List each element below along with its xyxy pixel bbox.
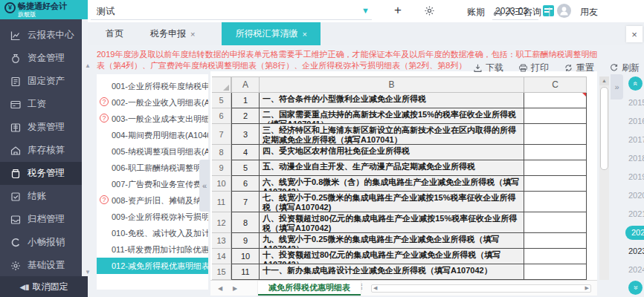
cell-a7[interactable]: 3 (231, 124, 260, 145)
cell-b13[interactable]: 九、线宽小于0.25微米的集成电路生产企业减免企业所得税（填写A107042） (260, 233, 524, 249)
cell-a13[interactable]: 9 (231, 233, 260, 249)
cell-a8[interactable]: 4 (231, 145, 260, 160)
tab-close-icon[interactable]: × (302, 30, 306, 39)
form-list-item-1[interactable]: 001-企业所得税年度纳税申... (97, 78, 208, 94)
row-header[interactable]: 10 (212, 176, 231, 192)
gear-icon[interactable] (424, 5, 435, 16)
cell-a10[interactable]: 6 (231, 176, 260, 192)
row-header[interactable]: 14 (212, 249, 231, 264)
add-account-button[interactable]: + (394, 3, 402, 18)
year-item-2019[interactable]: 2019年 (628, 172, 644, 183)
sheet-tab-drag-handle[interactable]: ⁞ (361, 283, 362, 291)
sidebar-scroll-up-icon[interactable]: ▲ (85, 62, 91, 69)
row-header[interactable]: 12 (212, 212, 231, 233)
column-header-a[interactable]: A (231, 76, 260, 93)
sheet-next-icon[interactable]: ▶ (233, 285, 237, 292)
row-header[interactable]: 13 (212, 233, 231, 249)
column-header-b[interactable]: B (260, 76, 524, 93)
cell-c10[interactable] (524, 176, 587, 192)
cell-a6[interactable]: 2 (231, 108, 260, 124)
horizontal-scrollbar[interactable]: ◀ ▶ (371, 284, 591, 293)
company-selector[interactable]: 测试 (97, 5, 115, 18)
cell-b15[interactable]: 十一、新办集成电路设计企业减免企业所得税（填写A107042） (260, 264, 524, 280)
form-list-item-12[interactable]: 012-减免所得税优惠明细表(... (97, 258, 208, 274)
sidebar-item-8[interactable]: 结账 (0, 185, 82, 208)
reset-button[interactable]: 重置 (564, 62, 594, 74)
form-list-item-3[interactable]: ?003-一般企业成本支出明细... (97, 111, 208, 127)
avatar[interactable] (557, 4, 571, 18)
cell-c9[interactable] (524, 160, 587, 176)
form-list-item-10[interactable]: 010-免税、减计收入及加计... (97, 225, 208, 241)
cell-b8[interactable]: 四、受灾地区农村信用社免征企业所得税 (260, 145, 524, 160)
cell-b9[interactable]: 五、动漫企业自主开发、生产动漫产品定期减免企业所得税 (260, 160, 524, 176)
cell-c6[interactable] (524, 108, 587, 124)
print-button[interactable]: 打印 (518, 62, 549, 74)
form-list-item-2[interactable]: ?002-一般企业收入明细表(A1... (97, 94, 208, 111)
row-header[interactable]: 8 (212, 145, 231, 160)
cell-a12[interactable]: 8 (231, 212, 260, 233)
live-help-button[interactable]: 人工咨询 (493, 6, 541, 19)
sidebar-item-10[interactable]: 小畅报销 (0, 231, 82, 254)
sidebar-item-3[interactable]: 固定资产 (0, 70, 82, 93)
year-item-2023[interactable]: 2023年 (628, 246, 644, 257)
row-header[interactable]: 5 (212, 93, 231, 108)
form-list-item-8[interactable]: ?008-资产折旧、摊销及纳税... (97, 192, 208, 209)
year-item-2017[interactable]: 2017年 (628, 134, 644, 146)
close-all-tabs-button[interactable]: × (626, 26, 643, 42)
cell-b12[interactable]: 八、投资额超过80亿元的集成电路生产企业减按15%税率征收企业所得税（填写A10… (260, 212, 524, 233)
row-header[interactable]: 15 (212, 264, 231, 280)
form-list-item-11[interactable]: 011-研发费用加计扣除优惠... (97, 241, 208, 258)
cell-c13[interactable] (524, 233, 587, 249)
unpin-sidebar-button[interactable]: ◀▮ 取消固定 (0, 276, 88, 297)
tab-income-tax-settlement[interactable]: 所得税汇算清缴 × (222, 22, 320, 45)
sheet-tab[interactable]: 减免所得税优惠明细表 (258, 281, 361, 296)
row-header[interactable]: 6 (212, 108, 231, 124)
year-item-2021[interactable]: 2021年 (628, 209, 644, 220)
cell-b7[interactable]: 三、经济特区和上海浦东新区新设立的高新技术企业在区内取得的所得定期减免企业所得税… (260, 124, 524, 145)
form-list-item-5[interactable]: 005-纳税调整项目明细表(A1... (97, 143, 208, 160)
form-list-item-4[interactable]: 004-期间费用明细表(A1040... (97, 127, 208, 143)
cell-b5[interactable]: 一、符合条件的小型微利企业减免企业所得税 (260, 93, 524, 108)
form-list-item-6[interactable]: 006-职工薪酬纳税调整明细... (97, 160, 208, 176)
sidebar-item-11[interactable]: 基础设置 (0, 254, 82, 276)
sidebar-scroll-down-icon[interactable]: ▼ (85, 269, 91, 275)
year-item-2016[interactable]: 2016年 (628, 116, 644, 127)
cell-c14[interactable] (524, 249, 587, 264)
sidebar-item-2[interactable]: 资金管理 (0, 47, 82, 70)
cell-c5[interactable] (524, 93, 587, 108)
year-item-2018[interactable]: 2018年 (628, 153, 644, 164)
expand-panel-handle[interactable]: » (611, 74, 623, 99)
sidebar-item-7[interactable]: 税务管理 (0, 162, 82, 185)
year-item-2022[interactable]: 2022年 (625, 226, 644, 240)
cell-c11[interactable] (524, 192, 587, 212)
vertical-scrollbar[interactable]: ▲ (599, 76, 609, 280)
years-scroll-down-button[interactable]: « (628, 281, 643, 295)
download-button[interactable]: 下载 (473, 62, 503, 74)
refresh-button[interactable]: 刷新 (609, 62, 640, 74)
tab-tax-filing[interactable]: 税务申报 × (137, 22, 208, 45)
scroll-right-icon[interactable]: ▶ (585, 285, 589, 291)
cell-a15[interactable]: 11 (231, 264, 260, 280)
cell-a14[interactable]: 10 (231, 249, 260, 264)
cell-b10[interactable]: 六、线宽小于0.8微米（含）的集成电路生产企业减免企业所得税（填写A107042… (260, 176, 524, 192)
sidebar-item-6[interactable]: 库存核算 (0, 139, 82, 162)
cell-a5[interactable]: 1 (231, 93, 260, 108)
years-scroll-up-button[interactable]: « (628, 76, 643, 91)
corner-cell[interactable] (212, 76, 231, 93)
scroll-up-icon[interactable]: ▲ (599, 76, 609, 85)
collapse-panel-handle[interactable]: « (199, 160, 210, 212)
scroll-left-icon[interactable]: ◀ (373, 285, 377, 291)
cell-c15[interactable] (524, 264, 587, 280)
form-list-item-7[interactable]: 007-广告费和业务宣传费跨... (97, 176, 208, 192)
cell-b6[interactable]: 二、国家需要重点扶持的高新技术企业减按15%的税率征收企业所得税（填写A1070… (260, 108, 524, 124)
column-header-c[interactable]: C (524, 76, 587, 93)
tab-home[interactable]: 首页 (92, 22, 137, 45)
sheet-prev-icon[interactable]: ◀ (218, 285, 222, 292)
tab-close-icon[interactable]: × (190, 30, 195, 39)
sidebar-item-1[interactable]: 云报表中心 (0, 24, 82, 47)
cell-c12[interactable] (524, 212, 587, 233)
cell-a11[interactable]: 7 (231, 192, 260, 212)
cell-b11[interactable]: 七、线宽小于0.25微米的集成电路生产企业减按15%税率征收企业所得税（填写A1… (260, 192, 524, 212)
sidebar-item-9[interactable]: 归档管理 (0, 208, 82, 231)
cell-c7[interactable] (524, 124, 587, 145)
